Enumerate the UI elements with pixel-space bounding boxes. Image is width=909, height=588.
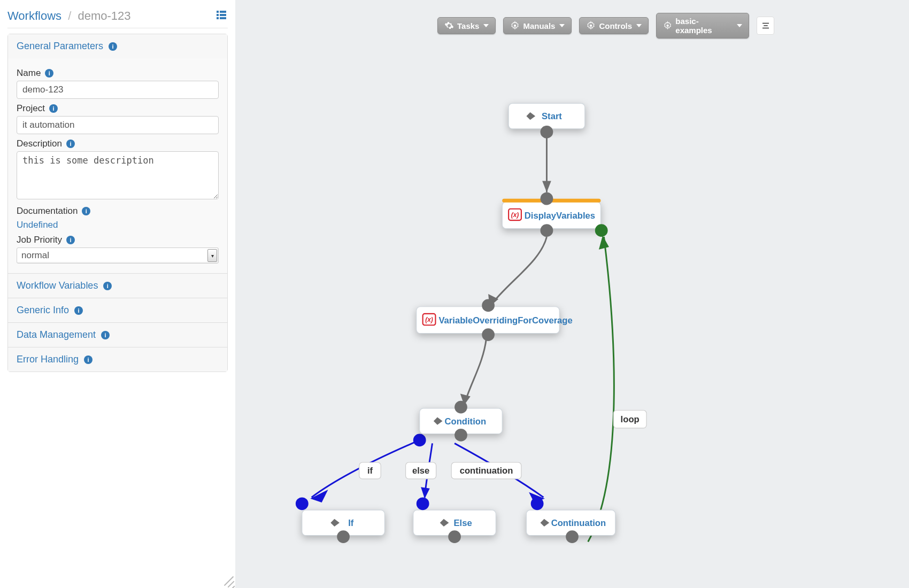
info-icon[interactable]: i	[66, 140, 75, 148]
svg-point-30	[595, 224, 608, 237]
list-view-icon[interactable]	[215, 9, 228, 24]
workflow-canvas[interactable]: Tasks Manuals Controls basic-examples	[235, 0, 909, 588]
workflow-graph[interactable]: Start (x) DisplayVariables (x) VariableO…	[235, 0, 909, 588]
project-input[interactable]	[17, 116, 219, 134]
svg-point-54	[448, 530, 461, 543]
svg-text:if: if	[367, 466, 373, 476]
section-header-general-parameters[interactable]: General Parameters i	[8, 34, 227, 58]
resize-grip-icon[interactable]	[219, 573, 233, 587]
branch-label-if: if	[359, 462, 381, 479]
general-parameters-body: Name i Project i Description i this is s…	[8, 58, 227, 273]
svg-text:DisplayVariables: DisplayVariables	[525, 211, 595, 221]
svg-text:Start: Start	[542, 111, 562, 121]
svg-point-7	[590, 25, 592, 27]
info-icon[interactable]: i	[82, 207, 90, 215]
svg-text:Condition: Condition	[445, 416, 487, 427]
svg-point-22	[541, 126, 553, 138]
breadcrumb: Workflows / demo-123	[7, 9, 131, 23]
svg-point-57	[531, 497, 544, 510]
svg-point-50	[337, 530, 350, 543]
section-workflow-variables: Workflow Variables i	[8, 274, 227, 298]
job-priority-select[interactable]: normal ▾	[17, 247, 219, 264]
name-input[interactable]	[17, 81, 219, 99]
node-condition[interactable]: Condition	[420, 401, 503, 442]
node-variable-overriding[interactable]: (x) VariableOverridingForCoverage	[417, 299, 573, 341]
label-description: Description i	[17, 138, 219, 149]
section-general-parameters: General Parameters i Name i Project i	[8, 34, 227, 274]
svg-point-35	[482, 299, 495, 312]
label-documentation: Documentation i	[17, 206, 219, 216]
edge-label-loop: loop	[613, 411, 646, 428]
chevron-down-icon	[636, 24, 642, 27]
documentation-link[interactable]: Undefined	[17, 220, 58, 230]
svg-text:continuation: continuation	[460, 466, 513, 476]
gear-icon	[586, 21, 596, 30]
node-display-variables[interactable]: (x) DisplayVariables	[502, 192, 607, 237]
info-icon[interactable]: i	[74, 306, 83, 315]
breadcrumb-row: Workflows / demo-123	[7, 9, 228, 28]
gear-icon	[663, 21, 672, 30]
branch-label-continuation: continuation	[451, 462, 521, 479]
label-job-priority: Job Priority i	[17, 235, 219, 245]
info-icon[interactable]: i	[84, 355, 93, 364]
chevron-down-icon	[559, 24, 565, 27]
tasks-dropdown[interactable]: Tasks	[437, 17, 496, 34]
description-textarea[interactable]: this is some description	[17, 151, 219, 199]
layout-button[interactable]	[757, 17, 774, 35]
canvas-toolbar: Tasks Manuals Controls basic-examples	[437, 13, 774, 38]
controls-dropdown[interactable]: Controls	[579, 17, 649, 34]
section-title: General Parameters	[17, 41, 103, 52]
svg-rect-11	[762, 28, 769, 29]
node-else[interactable]: Else	[413, 497, 496, 543]
svg-point-39	[454, 401, 467, 414]
section-data-management: Data Management i	[8, 323, 227, 347]
svg-text:If: If	[348, 518, 354, 528]
svg-text:(x): (x)	[425, 316, 433, 323]
section-header-generic-info[interactable]: Generic Info i	[8, 298, 227, 322]
gear-icon	[510, 21, 520, 30]
palette-dropdown[interactable]: basic-examples	[656, 13, 749, 38]
svg-text:else: else	[412, 466, 429, 476]
svg-point-53	[417, 497, 429, 510]
branch-label-else: else	[406, 462, 436, 479]
label-name: Name i	[17, 68, 219, 79]
svg-rect-10	[764, 25, 768, 26]
node-if[interactable]: If	[296, 497, 384, 543]
properties-panel: Workflows / demo-123 General Parameters …	[0, 0, 235, 588]
svg-marker-12	[542, 181, 551, 192]
svg-point-19	[413, 434, 426, 447]
svg-rect-1	[220, 11, 226, 13]
svg-rect-9	[762, 23, 769, 24]
section-generic-info: Generic Info i	[8, 298, 227, 323]
label-project: Project i	[17, 103, 219, 114]
svg-text:loop: loop	[621, 414, 640, 424]
properties-accordion: General Parameters i Name i Project i	[7, 34, 228, 372]
info-icon[interactable]: i	[66, 236, 75, 244]
info-icon[interactable]: i	[103, 282, 112, 290]
section-header-data-management[interactable]: Data Management i	[8, 323, 227, 347]
breadcrumb-current: demo-123	[78, 9, 130, 22]
svg-text:(x): (x)	[511, 211, 519, 219]
breadcrumb-root-link[interactable]: Workflows	[7, 9, 61, 22]
manuals-dropdown[interactable]: Manuals	[503, 17, 572, 34]
chevron-down-icon[interactable]: ▾	[207, 249, 217, 262]
chevron-down-icon	[483, 24, 489, 27]
svg-point-29	[541, 224, 553, 237]
info-icon[interactable]: i	[45, 69, 53, 78]
node-start[interactable]: Start	[509, 103, 585, 138]
svg-text:Else: Else	[453, 518, 472, 528]
info-icon[interactable]: i	[101, 331, 110, 339]
info-icon[interactable]: i	[49, 104, 58, 113]
section-header-error-handling[interactable]: Error Handling i	[8, 347, 227, 372]
svg-point-28	[541, 192, 553, 205]
svg-rect-0	[217, 11, 219, 13]
info-icon[interactable]: i	[109, 42, 117, 51]
chevron-down-icon	[737, 24, 742, 27]
section-header-workflow-variables[interactable]: Workflow Variables i	[8, 274, 227, 298]
svg-rect-3	[220, 14, 226, 16]
layout-icon	[761, 21, 771, 30]
svg-rect-4	[217, 17, 219, 19]
svg-point-49	[296, 497, 309, 510]
svg-point-36	[482, 328, 495, 341]
svg-rect-5	[220, 17, 226, 19]
